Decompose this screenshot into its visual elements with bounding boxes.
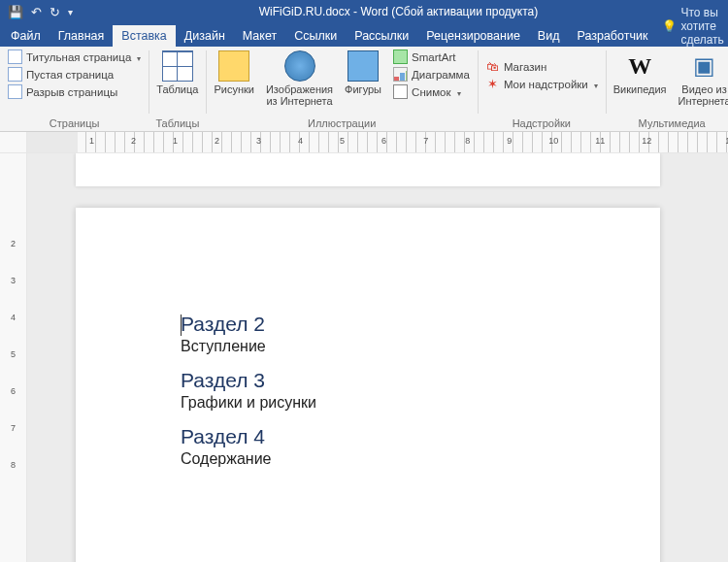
screenshot-button[interactable]: Снимок <box>389 83 474 100</box>
paragraph[interactable]: Содержание <box>181 450 631 468</box>
chart-label: Диаграмма <box>412 69 470 81</box>
ribbon: Титульная страница Пустая страница Разры… <box>0 47 728 132</box>
vruler-tick: 8 <box>0 460 26 497</box>
undo-icon[interactable]: ↶ <box>31 5 42 19</box>
store-button[interactable]: 🛍 Магазин <box>481 58 602 75</box>
blank-page-label: Пустая страница <box>26 69 114 81</box>
wikipedia-label: Википедия <box>613 83 667 95</box>
ruler-tick: 9 <box>507 136 512 146</box>
pictures-button[interactable]: Рисунки <box>210 49 258 97</box>
ruler-tick: 3 <box>256 136 261 146</box>
qat-customize-icon[interactable]: ▾ <box>68 7 73 17</box>
tab-insert[interactable]: Вставка <box>113 25 175 47</box>
online-pictures-label: Изображения из Интернета <box>266 83 333 107</box>
save-icon[interactable]: 💾 <box>8 5 23 19</box>
group-pages-label: Страницы <box>4 117 145 131</box>
wikipedia-button[interactable]: W Википедия <box>610 49 671 97</box>
online-video-label: Видео из Интернета <box>678 83 728 107</box>
vruler-tick <box>0 202 26 239</box>
group-tables-label: Таблицы <box>152 117 202 131</box>
paragraph[interactable]: Графики и рисунки <box>181 394 631 412</box>
tab-developer[interactable]: Разработчик <box>568 25 656 47</box>
heading[interactable]: Раздел 3 <box>181 369 631 392</box>
group-addins-label: Надстройки <box>481 117 602 131</box>
lightbulb-icon: 💡 <box>662 19 677 33</box>
ruler-tick: 5 <box>340 136 345 146</box>
heading[interactable]: Раздел 4 <box>181 425 631 448</box>
vruler-tick: 2 <box>0 239 26 276</box>
table-label: Таблица <box>156 83 198 95</box>
tab-mailings[interactable]: Рассылки <box>346 25 417 47</box>
tab-file[interactable]: Файл <box>2 25 50 47</box>
tab-review[interactable]: Рецензирование <box>417 25 529 47</box>
vruler-tick: 3 <box>0 276 26 313</box>
document-content[interactable]: Раздел 2ВступлениеРаздел 3Графики и рису… <box>76 208 660 468</box>
chart-button[interactable]: Диаграмма <box>389 66 474 83</box>
pictures-icon <box>218 50 249 82</box>
screenshot-label: Снимок <box>412 86 450 98</box>
vruler-tick: 5 <box>0 349 26 386</box>
group-addins: 🛍 Магазин ✶ Мои надстройки Надстройки <box>478 47 606 131</box>
table-button[interactable]: Таблица <box>152 49 202 97</box>
vertical-ruler[interactable]: 2345678 <box>0 153 27 562</box>
screenshot-icon <box>393 84 408 99</box>
page-break-label: Разрыв страницы <box>26 86 117 98</box>
tell-me-search[interactable]: 💡 Что вы хотите сделать <box>656 6 728 47</box>
smartart-button[interactable]: SmartArt <box>389 49 474 65</box>
ruler-tick: 12 <box>642 136 651 146</box>
table-icon <box>162 50 193 82</box>
shapes-label: Фигуры <box>345 83 381 95</box>
tab-references[interactable]: Ссылки <box>285 25 346 47</box>
ruler-tick: 4 <box>298 136 303 146</box>
title-bar: 💾 ↶ ↻ ▾ WiFiGiD.RU.docx - Word (Сбой акт… <box>0 0 728 23</box>
heading[interactable]: Раздел 2 <box>181 313 631 336</box>
my-addins-button[interactable]: ✶ Мои надстройки <box>481 76 602 92</box>
tab-design[interactable]: Дизайн <box>176 25 234 47</box>
vruler-tick: 6 <box>0 386 26 423</box>
vruler-tick: 7 <box>0 423 26 460</box>
window-title: WiFiGiD.RU.docx - Word (Сбой активации п… <box>73 5 724 18</box>
group-illustrations-label: Иллюстрации <box>210 117 473 131</box>
smartart-icon <box>393 50 408 64</box>
ruler-tick: 1 <box>89 136 94 146</box>
group-media: W Википедия ▣ Видео из Интернета Мультим… <box>606 47 728 131</box>
blank-page-button[interactable]: Пустая страница <box>4 66 145 83</box>
tell-me-label: Что вы хотите сделать <box>680 6 723 47</box>
tab-layout[interactable]: Макет <box>234 25 285 47</box>
ruler-tick: 1 <box>173 136 178 146</box>
ruler-tick: 8 <box>465 136 470 146</box>
redo-icon[interactable]: ↻ <box>50 5 60 19</box>
group-tables: Таблица Таблицы <box>149 47 206 131</box>
group-illustrations: Рисунки Изображения из Интернета Фигуры … <box>206 47 477 131</box>
store-label: Магазин <box>504 61 546 73</box>
horizontal-ruler[interactable]: 1212345678910111212 <box>27 132 728 152</box>
online-pictures-button[interactable]: Изображения из Интернета <box>262 49 337 109</box>
my-addins-label: Мои надстройки <box>504 79 588 90</box>
paragraph[interactable]: Вступление <box>181 338 631 355</box>
previous-page-edge <box>76 153 660 186</box>
cover-page-label: Титульная страница <box>26 51 131 63</box>
tab-home[interactable]: Главная <box>50 25 114 47</box>
ruler-corner <box>0 132 27 152</box>
ribbon-tabs: Файл Главная Вставка Дизайн Макет Ссылки… <box>0 23 728 47</box>
my-addins-icon: ✶ <box>485 77 500 91</box>
ruler-tick: 2 <box>131 136 136 146</box>
page-break-button[interactable]: Разрыв страницы <box>4 83 145 100</box>
shapes-button[interactable]: Фигуры <box>341 49 385 97</box>
blank-page-icon <box>8 67 22 82</box>
shapes-icon <box>347 50 379 82</box>
store-icon: 🛍 <box>485 59 500 74</box>
ruler-tick: 7 <box>423 136 428 146</box>
document-canvas[interactable]: Раздел 2ВступлениеРаздел 3Графики и рису… <box>27 153 728 562</box>
text-cursor <box>181 314 182 336</box>
online-video-button[interactable]: ▣ Видео из Интернета <box>675 49 728 109</box>
quick-access-toolbar: 💾 ↶ ↻ ▾ <box>4 5 73 19</box>
ruler-tick: 6 <box>381 136 386 146</box>
cover-page-button[interactable]: Титульная страница <box>4 49 145 65</box>
tab-view[interactable]: Вид <box>529 25 569 47</box>
chart-icon <box>393 67 408 82</box>
ruler-tick: 10 <box>548 136 558 146</box>
document-page[interactable]: Раздел 2ВступлениеРаздел 3Графики и рису… <box>76 208 660 562</box>
wikipedia-icon: W <box>624 50 655 82</box>
online-pictures-icon <box>284 50 315 82</box>
